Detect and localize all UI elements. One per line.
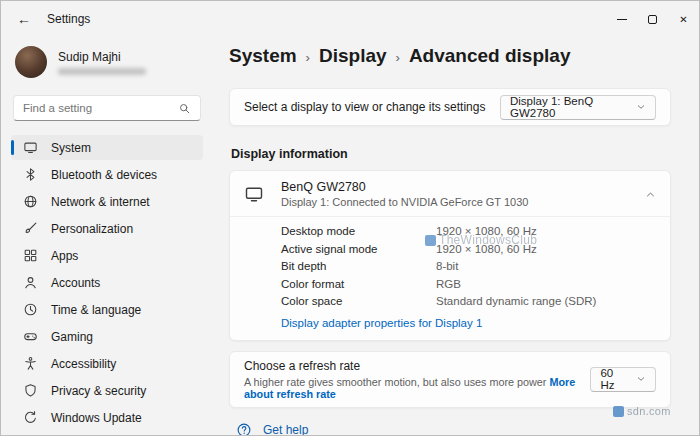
search-icon — [178, 102, 191, 115]
chevron-down-icon — [636, 102, 646, 112]
sidebar-item-label: Time & language — [51, 303, 141, 317]
back-arrow-icon: ← — [17, 11, 31, 27]
sidebar-item-label: Privacy & security — [51, 384, 146, 398]
sidebar-item-network-internet[interactable]: Network & internet — [11, 189, 203, 214]
globe-icon — [23, 194, 38, 209]
window-controls: ✕ — [606, 1, 699, 37]
user-name: Sudip Majhi — [58, 50, 146, 64]
detail-label: Bit depth — [281, 258, 436, 276]
device-name: BenQ GW2780 — [281, 180, 528, 194]
detail-row: Bit depth 8-bit — [281, 258, 656, 276]
display-info-expander[interactable]: BenQ GW2780 Display 1: Connected to NVID… — [230, 171, 670, 217]
chevron-up-icon[interactable] — [645, 189, 656, 200]
display-select-dropdown[interactable]: Display 1: BenQ GW2780 — [500, 95, 656, 120]
close-icon: ✕ — [679, 14, 687, 25]
detail-value: Standard dynamic range (SDR) — [436, 293, 596, 311]
breadcrumb-separator-icon: › — [306, 47, 310, 65]
monitor-icon — [244, 184, 264, 204]
get-help-link[interactable]: Get help — [236, 422, 671, 436]
chevron-down-icon — [636, 374, 646, 384]
breadcrumb-separator-icon: › — [396, 47, 400, 65]
detail-row: Color space Standard dynamic range (SDR) — [281, 293, 656, 311]
shield-icon — [23, 383, 38, 398]
maximize-button[interactable] — [637, 1, 668, 37]
refresh-rate-value: 60 Hz — [600, 367, 626, 391]
refresh-rate-title: Choose a refresh rate — [244, 359, 590, 373]
avatar — [15, 46, 47, 78]
detail-row: Color format RGB — [281, 276, 656, 294]
breadcrumb: System › Display › Advanced display — [229, 45, 671, 67]
detail-label: Color space — [281, 293, 436, 311]
sidebar-item-apps[interactable]: Apps — [11, 243, 203, 268]
get-help-label: Get help — [263, 423, 308, 436]
sidebar-item-label: Bluetooth & devices — [51, 168, 157, 182]
refresh-rate-description: A higher rate gives smoother motion, but… — [244, 376, 590, 400]
display-info-card: BenQ GW2780 Display 1: Connected to NVID… — [229, 170, 671, 341]
sidebar-item-system[interactable]: System — [11, 135, 203, 160]
sidebar-item-label: Gaming — [51, 330, 93, 344]
help-icon — [236, 422, 252, 436]
titlebar: ← Settings ✕ — [1, 1, 699, 37]
brush-icon — [23, 221, 38, 236]
refresh-rate-dropdown[interactable]: 60 Hz — [590, 367, 656, 392]
section-header: Display information — [231, 147, 669, 161]
search-input[interactable] — [23, 102, 178, 114]
sidebar-nav: System Bluetooth & devices Network & int… — [11, 135, 203, 430]
user-email-blurred — [58, 68, 146, 75]
display-selector-card: Select a display to view or change its s… — [229, 88, 671, 126]
maximize-icon — [648, 15, 657, 24]
sidebar-item-label: Network & internet — [51, 195, 150, 209]
sidebar-item-gaming[interactable]: Gaming — [11, 324, 203, 349]
sidebar-item-accounts[interactable]: Accounts — [11, 270, 203, 295]
detail-label: Desktop mode — [281, 223, 436, 241]
sidebar-item-personalization[interactable]: Personalization — [11, 216, 203, 241]
update-icon — [23, 410, 38, 425]
detail-label: Color format — [281, 276, 436, 294]
sidebar-item-privacy-security[interactable]: Privacy & security — [11, 378, 203, 403]
minimize-button[interactable] — [606, 1, 637, 37]
sidebar-item-label: Accounts — [51, 276, 100, 290]
breadcrumb-current-page: Advanced display — [409, 45, 571, 67]
detail-row: Desktop mode 1920 × 1080, 60 Hz — [281, 223, 656, 241]
system-icon — [23, 140, 38, 155]
settings-window: ← Settings ✕ Sudip Majhi — [0, 0, 700, 436]
main-content: System › Display › Advanced display Sele… — [213, 37, 699, 435]
refresh-rate-description-text: A higher rate gives smoother motion, but… — [244, 376, 546, 388]
breadcrumb-display[interactable]: Display — [319, 45, 387, 67]
sidebar-item-label: Accessibility — [51, 357, 116, 371]
breadcrumb-system[interactable]: System — [229, 45, 297, 67]
display-info-details: Desktop mode 1920 × 1080, 60 Hz Active s… — [230, 217, 670, 340]
display-adapter-properties-link[interactable]: Display adapter properties for Display 1 — [281, 317, 482, 329]
detail-value: 1920 × 1080, 60 Hz — [436, 223, 537, 241]
search-box[interactable] — [13, 95, 201, 121]
close-button[interactable]: ✕ — [668, 1, 699, 37]
sidebar-item-label: Apps — [51, 249, 78, 263]
display-select-value: Display 1: BenQ GW2780 — [510, 95, 626, 119]
sidebar: Sudip Majhi System Bluetooth & devices — [1, 37, 213, 435]
detail-value: RGB — [436, 276, 461, 294]
bluetooth-icon — [23, 167, 38, 182]
sidebar-item-time-language[interactable]: Time & language — [11, 297, 203, 322]
detail-value: 8-bit — [436, 258, 458, 276]
sidebar-item-label: System — [51, 141, 91, 155]
detail-label: Active signal mode — [281, 241, 436, 259]
user-account[interactable]: Sudip Majhi — [11, 39, 203, 85]
back-button[interactable]: ← — [9, 5, 39, 33]
display-selector-label: Select a display to view or change its s… — [244, 100, 485, 114]
accessibility-icon — [23, 356, 38, 371]
person-icon — [23, 275, 38, 290]
detail-value: 1920 × 1080, 60 Hz — [436, 241, 537, 259]
minimize-icon — [617, 19, 627, 20]
sidebar-item-accessibility[interactable]: Accessibility — [11, 351, 203, 376]
clock-icon — [23, 302, 38, 317]
sidebar-item-label: Personalization — [51, 222, 133, 236]
window-title: Settings — [47, 12, 90, 26]
refresh-rate-card: Choose a refresh rate A higher rate give… — [229, 351, 671, 408]
sidebar-item-bluetooth-devices[interactable]: Bluetooth & devices — [11, 162, 203, 187]
sidebar-item-windows-update[interactable]: Windows Update — [11, 405, 203, 430]
gamepad-icon — [23, 329, 38, 344]
detail-row: Active signal mode 1920 × 1080, 60 Hz — [281, 241, 656, 259]
device-subtitle: Display 1: Connected to NVIDIA GeForce G… — [281, 196, 528, 208]
footer-links: Get help Give feedback — [229, 422, 671, 436]
sidebar-item-label: Windows Update — [51, 411, 142, 425]
